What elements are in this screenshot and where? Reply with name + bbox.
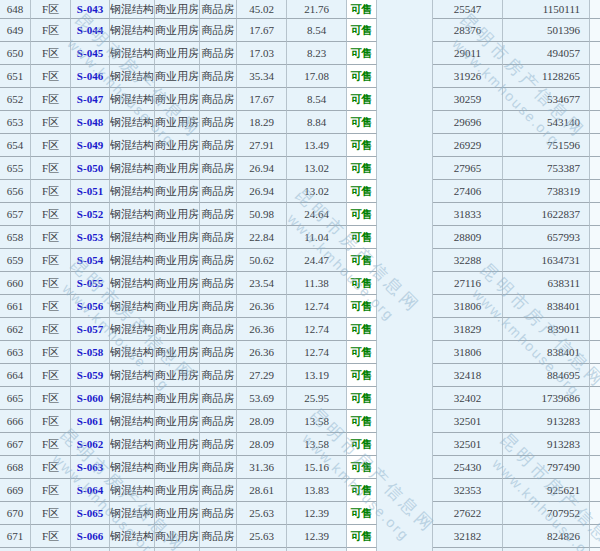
cell-usage-type: 商业用房 [155,364,200,387]
cell-usage-type: 商业用房 [155,272,200,295]
sale-status-badge: 可售 [347,502,377,525]
table-row: 654F区S-049钢混结构商业用房商品房27.9113.49可售2692975… [0,134,600,157]
cell-house-category: 商品房 [200,433,237,456]
cell-house-category: 商品房 [200,456,237,479]
cell-district: F区 [31,65,71,88]
unit-link[interactable]: S-046 [71,65,110,88]
unit-link[interactable]: S-055 [71,272,110,295]
cell-total-price: 1128265 [503,65,590,88]
unit-link[interactable]: S-045 [71,42,110,65]
column-spacer [377,226,433,249]
cell-house-category: 商品房 [200,318,237,341]
unit-link[interactable]: S-053 [71,226,110,249]
cell-inner-area: 8.54 [287,19,347,42]
cell-row-number: 659 [0,249,31,272]
edge-strip [590,364,600,387]
sale-status-badge: 可售 [347,249,377,272]
column-spacer [377,318,433,341]
cell-row-number: 658 [0,226,31,249]
cell-inner-area: 8.54 [287,88,347,111]
sale-status-badge: 可售 [347,410,377,433]
cell-inner-area: 24.64 [287,203,347,226]
table-row: 665F区S-060钢混结构商业用房商品房53.6925.95可售3240217… [0,387,600,410]
cell-inner-area: 12.74 [287,318,347,341]
unit-link[interactable]: S-051 [71,180,110,203]
cell-unit-price: 32353 [433,479,503,502]
cell-floor-area: 17.03 [237,42,287,65]
unit-link[interactable]: S-054 [71,249,110,272]
cell-usage-type: 商业用房 [155,0,200,19]
table-row: 656F区S-051钢混结构商业用房商品房26.9413.02可售2740673… [0,180,600,203]
cell-floor-area: 26.94 [237,180,287,203]
edge-strip [590,387,600,410]
table-row: 668F区S-063钢混结构商业用房商品房31.3615.16可售2543079… [0,456,600,479]
unit-link[interactable]: S-052 [71,203,110,226]
unit-link[interactable]: S-058 [71,341,110,364]
cell-unit-price: 32418 [433,364,503,387]
cell-row-number: 671 [0,525,31,548]
unit-link[interactable]: S-064 [71,479,110,502]
cell-unit-price: 31829 [433,318,503,341]
cell-floor-area: 27.91 [237,134,287,157]
cell-inner-area: 11.04 [287,226,347,249]
cell-house-category: 商品房 [200,364,237,387]
unit-link[interactable]: S-048 [71,111,110,134]
cell-house-category: 商品房 [200,410,237,433]
cell-inner-area: 13.58 [287,433,347,456]
cell-structure-type: 钢混结构 [110,341,155,364]
cell-house-category: 商品房 [200,0,237,19]
unit-link[interactable]: S-050 [71,157,110,180]
sale-status-badge: 可售 [347,111,377,134]
column-spacer [377,364,433,387]
cell-floor-area: 25.63 [237,525,287,548]
unit-link[interactable]: S-057 [71,318,110,341]
cell-floor-area: 27.29 [237,364,287,387]
cell-total-price: 838401 [503,295,590,318]
unit-link[interactable]: S-043 [71,0,110,19]
unit-link[interactable]: S-060 [71,387,110,410]
unit-link[interactable]: S-066 [71,525,110,548]
cell-house-category: 商品房 [200,19,237,42]
column-spacer [377,525,433,548]
unit-link[interactable]: S-062 [71,433,110,456]
edge-strip [590,525,600,548]
cell-usage-type: 商业用房 [155,226,200,249]
cell-usage-type: 商业用房 [155,341,200,364]
unit-link[interactable]: S-056 [71,295,110,318]
column-spacer [377,65,433,88]
table-row: 671F区S-066钢混结构商业用房商品房25.6312.39可售3218282… [0,525,600,548]
cell-unit-price: 32501 [433,433,503,456]
cell-inner-area: 13.02 [287,180,347,203]
unit-link[interactable]: S-063 [71,456,110,479]
cell-unit-price: 31806 [433,295,503,318]
edge-strip [590,19,600,42]
cell-total-price: 839011 [503,318,590,341]
cell-unit-price: 29696 [433,111,503,134]
cell-row-number: 668 [0,456,31,479]
unit-link[interactable]: S-049 [71,134,110,157]
cell-usage-type: 商业用房 [155,180,200,203]
column-spacer [377,111,433,134]
cell-floor-area: 28.09 [237,410,287,433]
unit-link[interactable]: S-059 [71,364,110,387]
cell-row-number: 654 [0,134,31,157]
unit-link[interactable]: S-047 [71,88,110,111]
cell-structure-type: 钢混结构 [110,295,155,318]
cell-structure-type: 钢混结构 [110,410,155,433]
unit-link[interactable]: S-065 [71,502,110,525]
cell-unit-price: 31926 [433,65,503,88]
table-row: 650F区S-045钢混结构商业用房商品房17.038.23可售29011494… [0,42,600,65]
cell-total-price: 1150111 [503,0,590,19]
cell-total-price: 925621 [503,479,590,502]
cell-district: F区 [31,249,71,272]
sale-status-badge: 可售 [347,19,377,42]
cell-house-category: 商品房 [200,88,237,111]
cell-row-number: 661 [0,295,31,318]
unit-link[interactable]: S-044 [71,19,110,42]
cell-total-price: 1622837 [503,203,590,226]
sale-status-badge: 可售 [347,272,377,295]
unit-link[interactable]: S-061 [71,410,110,433]
cell-house-category: 商品房 [200,226,237,249]
cell-row-number: 663 [0,341,31,364]
sale-status-badge: 可售 [347,479,377,502]
